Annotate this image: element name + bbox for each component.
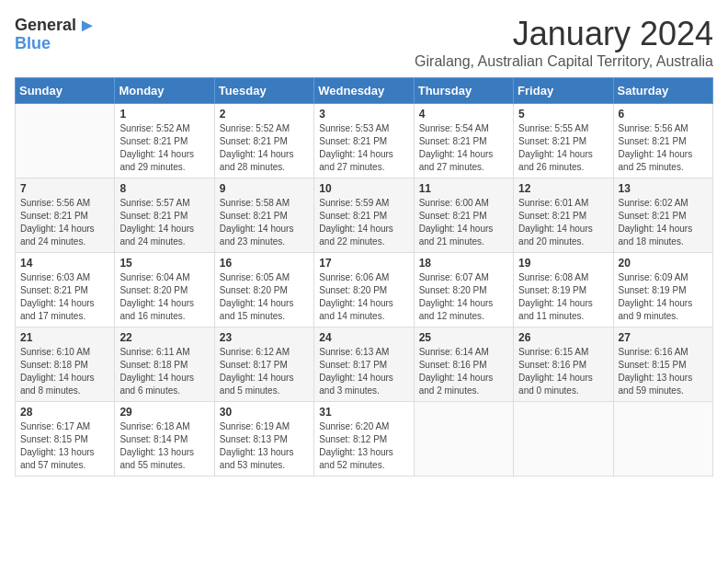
calendar-cell: 18Sunrise: 6:07 AM Sunset: 8:20 PM Dayli… [414, 253, 513, 327]
header-day-tuesday: Tuesday [214, 78, 313, 104]
day-number: 6 [619, 108, 708, 121]
calendar-cell: 13Sunrise: 6:02 AM Sunset: 8:21 PM Dayli… [613, 178, 712, 253]
calendar-cell: 4Sunrise: 5:54 AM Sunset: 8:21 PM Daylig… [414, 104, 513, 178]
header-day-wednesday: Wednesday [314, 78, 414, 104]
calendar-cell: 11Sunrise: 6:00 AM Sunset: 8:21 PM Dayli… [414, 178, 513, 253]
day-info: Sunrise: 6:14 AM Sunset: 8:16 PM Dayligh… [419, 346, 508, 397]
day-info: Sunrise: 6:02 AM Sunset: 8:21 PM Dayligh… [619, 197, 708, 248]
day-number: 9 [220, 182, 309, 195]
calendar-cell [514, 402, 613, 477]
day-number: 16 [220, 257, 309, 270]
calendar-cell: 27Sunrise: 6:16 AM Sunset: 8:15 PM Dayli… [613, 327, 712, 402]
day-number: 13 [619, 182, 708, 195]
calendar-cell: 7Sunrise: 5:56 AM Sunset: 8:21 PM Daylig… [16, 178, 115, 253]
calendar-cell: 26Sunrise: 6:15 AM Sunset: 8:16 PM Dayli… [514, 327, 613, 402]
calendar-header: SundayMondayTuesdayWednesdayThursdayFrid… [16, 78, 713, 104]
day-info: Sunrise: 6:17 AM Sunset: 8:15 PM Dayligh… [20, 420, 109, 472]
day-info: Sunrise: 6:10 AM Sunset: 8:18 PM Dayligh… [20, 346, 109, 397]
day-info: Sunrise: 5:55 AM Sunset: 8:21 PM Dayligh… [518, 122, 608, 174]
calendar-cell: 15Sunrise: 6:04 AM Sunset: 8:20 PM Dayli… [115, 253, 214, 327]
day-number: 5 [518, 108, 608, 121]
day-info: Sunrise: 6:09 AM Sunset: 8:19 PM Dayligh… [619, 271, 708, 323]
day-info: Sunrise: 6:19 AM Sunset: 8:13 PM Dayligh… [220, 420, 309, 472]
logo: General ► Blue [15, 15, 97, 53]
day-info: Sunrise: 5:53 AM Sunset: 8:21 PM Dayligh… [319, 122, 408, 174]
title-section: January 2024 Giralang, Australian Capita… [415, 15, 713, 70]
logo-general: General [15, 16, 76, 35]
calendar-cell: 22Sunrise: 6:11 AM Sunset: 8:18 PM Dayli… [115, 327, 214, 402]
calendar-cell: 14Sunrise: 6:03 AM Sunset: 8:21 PM Dayli… [16, 253, 115, 327]
day-info: Sunrise: 6:12 AM Sunset: 8:17 PM Dayligh… [220, 346, 309, 397]
day-number: 4 [419, 108, 508, 121]
day-info: Sunrise: 5:57 AM Sunset: 8:21 PM Dayligh… [119, 197, 209, 248]
month-title: January 2024 [415, 15, 713, 53]
day-number: 1 [119, 108, 209, 121]
day-info: Sunrise: 5:52 AM Sunset: 8:21 PM Dayligh… [220, 122, 309, 174]
day-info: Sunrise: 6:18 AM Sunset: 8:14 PM Dayligh… [119, 420, 209, 472]
calendar-cell: 10Sunrise: 5:59 AM Sunset: 8:21 PM Dayli… [314, 178, 414, 253]
day-number: 14 [20, 257, 109, 270]
day-info: Sunrise: 6:01 AM Sunset: 8:21 PM Dayligh… [518, 197, 608, 248]
calendar-week-3: 14Sunrise: 6:03 AM Sunset: 8:21 PM Dayli… [16, 253, 713, 327]
day-number: 26 [518, 331, 608, 344]
day-number: 15 [119, 257, 209, 270]
day-info: Sunrise: 6:00 AM Sunset: 8:21 PM Dayligh… [419, 197, 508, 248]
day-number: 10 [319, 182, 408, 195]
day-info: Sunrise: 6:03 AM Sunset: 8:21 PM Dayligh… [20, 271, 109, 323]
day-number: 18 [419, 257, 508, 270]
location-title: Giralang, Australian Capital Territory, … [415, 53, 713, 70]
day-number: 27 [619, 331, 708, 344]
day-number: 11 [419, 182, 508, 195]
day-info: Sunrise: 6:04 AM Sunset: 8:20 PM Dayligh… [119, 271, 209, 323]
day-number: 25 [419, 331, 508, 344]
calendar-week-4: 21Sunrise: 6:10 AM Sunset: 8:18 PM Dayli… [16, 327, 713, 402]
calendar-cell: 17Sunrise: 6:06 AM Sunset: 8:20 PM Dayli… [314, 253, 414, 327]
calendar-cell: 29Sunrise: 6:18 AM Sunset: 8:14 PM Dayli… [115, 402, 214, 477]
calendar-cell: 30Sunrise: 6:19 AM Sunset: 8:13 PM Dayli… [214, 402, 313, 477]
calendar-cell: 24Sunrise: 6:13 AM Sunset: 8:17 PM Dayli… [314, 327, 414, 402]
day-info: Sunrise: 6:05 AM Sunset: 8:20 PM Dayligh… [220, 271, 309, 323]
day-info: Sunrise: 6:07 AM Sunset: 8:20 PM Dayligh… [419, 271, 508, 323]
calendar-cell: 20Sunrise: 6:09 AM Sunset: 8:19 PM Dayli… [613, 253, 712, 327]
day-info: Sunrise: 6:20 AM Sunset: 8:12 PM Dayligh… [319, 420, 408, 472]
day-number: 30 [220, 406, 309, 419]
day-number: 23 [220, 331, 309, 344]
calendar-cell [16, 104, 115, 178]
day-number: 12 [518, 182, 608, 195]
calendar-week-2: 7Sunrise: 5:56 AM Sunset: 8:21 PM Daylig… [16, 178, 713, 253]
calendar-cell: 5Sunrise: 5:55 AM Sunset: 8:21 PM Daylig… [514, 104, 613, 178]
calendar-cell: 9Sunrise: 5:58 AM Sunset: 8:21 PM Daylig… [214, 178, 313, 253]
day-number: 21 [20, 331, 109, 344]
calendar-cell: 2Sunrise: 5:52 AM Sunset: 8:21 PM Daylig… [214, 104, 313, 178]
day-number: 19 [518, 257, 608, 270]
day-info: Sunrise: 5:59 AM Sunset: 8:21 PM Dayligh… [319, 197, 408, 248]
calendar-cell: 6Sunrise: 5:56 AM Sunset: 8:21 PM Daylig… [613, 104, 712, 178]
day-info: Sunrise: 6:11 AM Sunset: 8:18 PM Dayligh… [119, 346, 209, 397]
header-day-saturday: Saturday [613, 78, 712, 104]
day-number: 28 [20, 406, 109, 419]
calendar-cell: 28Sunrise: 6:17 AM Sunset: 8:15 PM Dayli… [16, 402, 115, 477]
day-info: Sunrise: 6:06 AM Sunset: 8:20 PM Dayligh… [319, 271, 408, 323]
calendar-cell: 16Sunrise: 6:05 AM Sunset: 8:20 PM Dayli… [214, 253, 313, 327]
calendar-cell: 21Sunrise: 6:10 AM Sunset: 8:18 PM Dayli… [16, 327, 115, 402]
header-day-sunday: Sunday [16, 78, 115, 104]
day-number: 17 [319, 257, 408, 270]
calendar-cell: 12Sunrise: 6:01 AM Sunset: 8:21 PM Dayli… [514, 178, 613, 253]
calendar-cell [414, 402, 513, 477]
day-info: Sunrise: 5:52 AM Sunset: 8:21 PM Dayligh… [119, 122, 209, 174]
day-number: 2 [220, 108, 309, 121]
day-info: Sunrise: 5:54 AM Sunset: 8:21 PM Dayligh… [419, 122, 508, 174]
calendar-cell: 1Sunrise: 5:52 AM Sunset: 8:21 PM Daylig… [115, 104, 214, 178]
day-number: 29 [119, 406, 209, 419]
header-day-monday: Monday [115, 78, 214, 104]
calendar-cell: 25Sunrise: 6:14 AM Sunset: 8:16 PM Dayli… [414, 327, 513, 402]
day-number: 31 [319, 406, 408, 419]
header: General ► Blue January 2024 Giralang, Au… [15, 15, 713, 70]
day-info: Sunrise: 6:08 AM Sunset: 8:19 PM Dayligh… [518, 271, 608, 323]
day-number: 8 [119, 182, 209, 195]
calendar-cell: 31Sunrise: 6:20 AM Sunset: 8:12 PM Dayli… [314, 402, 414, 477]
day-info: Sunrise: 5:58 AM Sunset: 8:21 PM Dayligh… [220, 197, 309, 248]
calendar-cell: 3Sunrise: 5:53 AM Sunset: 8:21 PM Daylig… [314, 104, 414, 178]
calendar-week-1: 1Sunrise: 5:52 AM Sunset: 8:21 PM Daylig… [16, 104, 713, 178]
header-day-thursday: Thursday [414, 78, 513, 104]
